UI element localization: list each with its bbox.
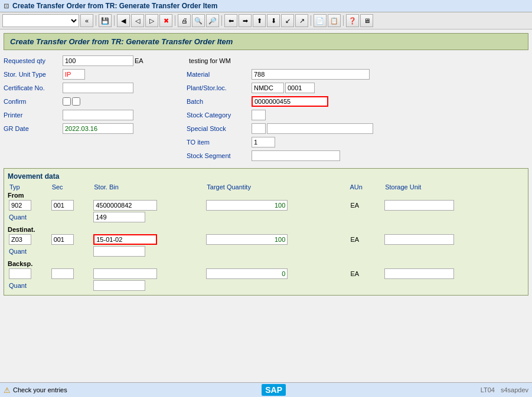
backsp-quant-row: Quant [8, 280, 524, 291]
certificate-no-row: Certificate No. [4, 82, 187, 94]
toolbar-first-btn[interactable]: ◀ [117, 14, 130, 27]
backsp-quant-input[interactable] [93, 280, 145, 291]
special-stock-long-input[interactable] [267, 123, 373, 134]
stock-category-input[interactable] [252, 110, 266, 120]
toolbar-doc2-btn[interactable]: 📋 [328, 14, 341, 27]
backsp-aun: EA [349, 270, 360, 277]
backsp-storunit-input[interactable] [384, 268, 454, 279]
toolbar-save-btn[interactable]: 💾 [99, 14, 112, 27]
dest-typ-input[interactable] [9, 234, 31, 245]
requested-qty-input[interactable] [63, 55, 133, 66]
dest-quant-input[interactable] [93, 246, 145, 257]
stock-segment-input[interactable] [252, 150, 340, 161]
special-stock-row: Special Stock [187, 123, 528, 134]
to-item-row: TO item [187, 136, 528, 148]
requested-qty-row: Requested qty EA [4, 55, 187, 67]
dest-label: Destinat. [8, 225, 35, 234]
dest-data-row: EA [8, 234, 524, 245]
gr-date-label: GR Date [4, 125, 63, 132]
printer-input[interactable] [63, 110, 133, 120]
from-quant-input[interactable] [93, 212, 145, 222]
from-label-row: From [8, 191, 524, 199]
status-bar: ⚠ Check your entries SAP LT04 s4sapdev [0, 382, 532, 397]
dest-storunit-input[interactable] [384, 234, 454, 245]
stor-unit-type-row: Stor. Unit Type [4, 68, 187, 80]
plant-input[interactable] [252, 83, 284, 93]
toolbar-arrow4-btn[interactable]: ⬇ [267, 14, 280, 27]
warning-icon: ⚠ [4, 386, 11, 395]
toolbar-doc1-btn[interactable]: 📄 [314, 14, 327, 27]
toolbar-next-btn[interactable]: ▷ [145, 14, 158, 27]
to-item-input[interactable] [252, 137, 275, 147]
movement-title: Movement data [8, 172, 524, 181]
dest-targetqty-input[interactable] [206, 234, 288, 245]
from-sec-input[interactable] [51, 200, 74, 211]
to-item-label: TO item [187, 139, 252, 146]
backsp-targetqty-input[interactable] [206, 268, 288, 279]
certificate-no-input[interactable] [63, 83, 133, 93]
special-stock-input[interactable] [252, 123, 266, 134]
material-row: Material [187, 68, 528, 80]
toolbar-find-btn[interactable]: 🔍 [192, 14, 205, 27]
backsp-sec-input[interactable] [51, 268, 74, 279]
toolbar-stop-btn[interactable]: ✖ [159, 14, 172, 27]
stor-unit-type-input[interactable] [63, 69, 85, 80]
title-bar: ⊡ Create Transfer Order from TR: Generat… [0, 0, 532, 12]
storloc-input[interactable] [285, 83, 315, 93]
toolbar-arrow1-btn[interactable]: ⬅ [224, 14, 237, 27]
toolbar-print-btn[interactable]: 🖨 [178, 14, 191, 27]
toolbar-arrow6-btn[interactable]: ↗ [295, 14, 308, 27]
from-targetqty-input[interactable] [206, 200, 288, 211]
form-section: Requested qty EA Stor. Unit Type Certifi… [4, 55, 528, 163]
backsp-quant-label: Quant [9, 282, 27, 289]
sap-logo: SAP [262, 384, 286, 396]
toolbar-find2-btn[interactable]: 🔎 [206, 14, 219, 27]
col-storage-unit: Storage Unit [383, 183, 524, 191]
from-storbin-input[interactable] [93, 200, 157, 211]
from-quant-label: Quant [9, 214, 27, 221]
confirm-row: Confirm [4, 96, 187, 107]
col-aun: AUn [348, 183, 383, 191]
col-sec: Sec [50, 183, 93, 191]
toolbar-arrow3-btn[interactable]: ⬆ [253, 14, 266, 27]
dest-storbin-input[interactable] [93, 234, 157, 245]
backsp-storbin-input[interactable] [93, 268, 157, 279]
form-left: Requested qty EA Stor. Unit Type Certifi… [4, 55, 187, 163]
status-left: ⚠ Check your entries [4, 386, 67, 395]
batch-row: Batch [187, 96, 528, 107]
comment-text: testing for WM [187, 57, 231, 64]
batch-input[interactable] [252, 96, 328, 107]
requested-qty-label: Requested qty [4, 57, 63, 64]
printer-row: Printer [4, 109, 187, 121]
col-target-qty: Target Quantity [205, 183, 348, 191]
plant-storloc-row: Plant/Stor.loc. [187, 82, 528, 94]
from-aun: EA [349, 202, 360, 209]
gr-date-input[interactable] [63, 123, 133, 134]
main-content: Create Transfer Order from TR: Generate … [0, 29, 532, 301]
toolbar-prev-btn[interactable]: ◁ [131, 14, 144, 27]
confirm-checkbox2[interactable] [72, 97, 80, 106]
backsp-typ-input[interactable] [9, 268, 31, 279]
dest-sec-input[interactable] [51, 234, 74, 245]
from-storunit-input[interactable] [384, 200, 454, 211]
material-input[interactable] [252, 69, 370, 80]
toolbar-monitor-btn[interactable]: 🖥 [360, 14, 373, 27]
lt-code: LT04 [481, 386, 495, 393]
confirm-checkbox1[interactable] [63, 97, 71, 106]
dest-quant-row: Quant [8, 245, 524, 257]
warning-text: Check your entries [13, 386, 67, 393]
toolbar-arrow2-btn[interactable]: ➡ [239, 14, 252, 27]
dest-quant-label: Quant [9, 248, 27, 255]
command-select[interactable] [2, 14, 79, 27]
toolbar-arrow5-btn[interactable]: ↙ [281, 14, 294, 27]
from-typ-input[interactable] [9, 200, 31, 211]
toolbar-back-btn[interactable]: « [80, 14, 93, 27]
movement-table-header: Typ Sec Stor. Bin Target Quantity AUn St… [8, 183, 524, 191]
from-data-row: EA [8, 199, 524, 211]
gr-date-row: GR Date [4, 123, 187, 134]
stock-category-row: Stock Category [187, 109, 528, 121]
toolbar-help-btn[interactable]: ❓ [346, 14, 359, 27]
dest-label-row: Destinat. [8, 223, 524, 234]
stock-category-label: Stock Category [187, 111, 252, 119]
certificate-no-label: Certificate No. [4, 84, 63, 91]
